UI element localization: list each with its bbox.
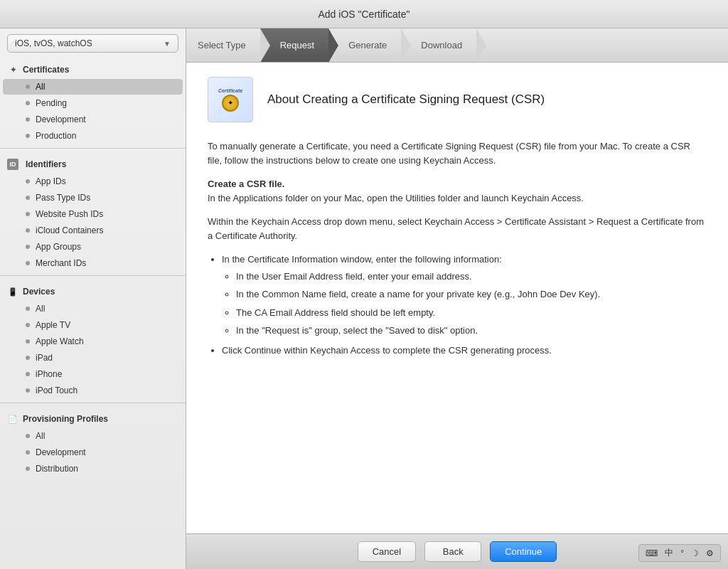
step-select-type[interactable]: Select Type [186,28,260,62]
provisioning-section-header: 📄 Provisioning Profiles [0,408,186,427]
list-item-common-name: In the Common Name field, create a name … [236,287,707,302]
sidebar-item-pending[interactable]: Pending [3,95,183,111]
device-section-icon: 📱 [7,286,18,297]
sidebar-item-iphone[interactable]: iPhone [3,366,183,382]
sidebar-item-label: iCloud Containers [36,225,103,235]
sidebar-item-distribution[interactable]: Distribution [3,461,183,477]
bullet-dot [26,434,30,438]
sidebar-item-apple-watch[interactable]: Apple Watch [3,334,183,349]
tray-item-moon-icon[interactable]: ☽ [689,548,701,558]
tray-item-1[interactable]: ⌨ [643,548,660,558]
cert-seal-icon: ✦ [222,95,239,112]
step-label: Request [280,40,314,50]
list-item-ca-email: The CA Email Address field should be lef… [236,306,707,320]
step-request[interactable]: Request [260,28,328,62]
sidebar-item-app-ids[interactable]: App IDs [3,174,183,189]
cancel-button[interactable]: Cancel [358,541,416,562]
sidebar-item-label: Development [36,115,86,124]
back-button[interactable]: Back [424,541,481,562]
sidebar-divider-2 [0,275,186,276]
list-item-cert-info: In the Certificate Information window, e… [222,252,707,338]
bullet-dot [26,85,30,89]
tray-item-chinese[interactable]: 中 [663,547,675,559]
sidebar-item-label: All [36,82,45,92]
list-item-request-is: In the "Request is" group, select the "S… [236,324,707,338]
certificates-section-header: ✦ Certificates [0,58,186,78]
sidebar-item-development-prov[interactable]: Development [3,445,183,460]
content-body: To manually generate a Certificate, you … [208,139,707,357]
bullet-dot [26,134,30,138]
step-label: Generate [348,40,387,50]
sidebar-item-label: iPod Touch [36,385,77,395]
sidebar-item-label: All [36,304,45,314]
bullet-dot [26,261,30,265]
sidebar-item-apple-tv[interactable]: Apple TV [3,317,183,333]
bullet-dot [26,179,30,184]
sidebar-item-label: Pending [36,98,67,108]
bullet-dot [26,307,30,311]
sidebar-item-pass-type-ids[interactable]: Pass Type IDs [3,190,183,206]
sidebar-item-label: Development [36,447,86,457]
sidebar-item-label: All [36,431,45,441]
identifiers-label: Identifiers [26,159,66,169]
sidebar-divider-1 [0,148,186,149]
sidebar-item-all-prov[interactable]: All [3,428,183,444]
page-title: About Creating a Certificate Signing Req… [267,92,545,107]
continue-button[interactable]: Continue [490,541,557,562]
tray-item-degree[interactable]: ° [678,548,686,558]
cert-section-icon: ✦ [7,64,18,75]
step-generate[interactable]: Generate [328,28,401,62]
sidebar-item-ipod-touch[interactable]: iPod Touch [3,383,183,398]
sidebar-item-label: Merchant IDs [36,258,86,268]
sidebar-item-all-certs[interactable]: All [3,79,183,95]
sidebar-item-development-cert[interactable]: Development [3,112,183,127]
certificates-label: Certificates [23,65,69,75]
sidebar-item-production[interactable]: Production [3,128,183,144]
sidebar-item-label: App Groups [36,242,81,252]
main-container: iOS, tvOS, watchOS ▼ ✦ Certificates All … [0,28,728,569]
bullet-dot [26,245,30,249]
sidebar-item-label: Apple Watch [36,336,84,346]
tray-item-gear-icon[interactable]: ⚙ [704,548,716,558]
bullet-dot [26,450,30,454]
sidebar-item-label: App IDs [36,176,66,186]
sidebar-item-label: Production [36,131,76,141]
prov-section-icon: 📄 [7,413,18,425]
create-csr-text: In the Applications folder on your Mac, … [208,193,584,203]
list-item-email: In the User Email Address field, enter y… [236,270,707,284]
identifiers-section-header: ID Identifiers [0,153,186,173]
chevron-down-icon: ▼ [164,40,171,48]
id-section-icon: ID [7,159,18,170]
cert-image-icon: Certificate ✦ [208,77,253,122]
system-tray: ⌨ 中 ° ☽ ⚙ [638,544,721,562]
step-download[interactable]: Download [401,28,476,62]
sidebar-item-label: iPhone [36,369,62,379]
devices-section-header: 📱 Devices [0,280,186,300]
sidebar-item-website-push-ids[interactable]: Website Push IDs [3,206,183,222]
bullet-dot [26,323,30,327]
steps-bar: Select Type Request Generate Download [186,28,728,63]
sidebar-item-icloud-containers[interactable]: iCloud Containers [3,223,183,238]
sidebar-item-label: Pass Type IDs [36,193,90,203]
bullet-dot [26,356,30,360]
keychain-instructions: Within the Keychain Access drop down men… [208,215,707,243]
sidebar-item-merchant-ids[interactable]: Merchant IDs [3,255,183,271]
platform-label: iOS, tvOS, watchOS [15,38,92,48]
bullet-dot [26,228,30,233]
sidebar: iOS, tvOS, watchOS ▼ ✦ Certificates All … [0,28,186,569]
sidebar-item-app-groups[interactable]: App Groups [3,239,183,255]
main-bullet-list: In the Certificate Information window, e… [222,252,707,357]
bullet-dot [26,196,30,200]
create-csr-heading: Create a CSR file. [208,179,284,189]
sidebar-item-label: Distribution [36,464,78,474]
bullet-dot [26,101,30,105]
content-area: Select Type Request Generate Download Ce… [186,28,728,569]
step-label: Download [421,40,462,50]
bullet-dot [26,339,30,344]
sidebar-item-all-devices[interactable]: All [3,301,183,317]
sidebar-item-label: Website Push IDs [36,209,103,219]
bullet-dot [26,388,30,393]
sidebar-item-ipad[interactable]: iPad [3,350,183,366]
provisioning-label: Provisioning Profiles [23,414,108,424]
platform-dropdown[interactable]: iOS, tvOS, watchOS ▼ [7,34,178,53]
